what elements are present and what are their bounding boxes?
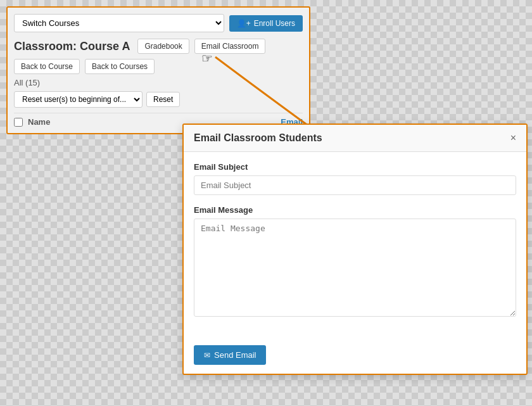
send-icon: ✉ bbox=[204, 351, 210, 360]
classroom-title: Classroom: Course A bbox=[14, 40, 130, 53]
all-count: All (15) bbox=[14, 78, 303, 87]
enroll-icon: 👤+ bbox=[237, 19, 251, 28]
modal-close-button[interactable]: × bbox=[510, 133, 516, 143]
reset-select[interactable]: Reset user(s) to beginning of... bbox=[14, 91, 142, 108]
subject-group: Email Subject bbox=[194, 162, 516, 195]
email-modal: Email Classroom Students × Email Subject… bbox=[182, 124, 528, 375]
back-to-courses-button[interactable]: Back to Courses bbox=[85, 59, 155, 74]
reset-row: Reset user(s) to beginning of... Reset bbox=[14, 91, 303, 108]
enroll-users-label: Enroll Users bbox=[254, 19, 295, 28]
top-panel: Switch Courses 👤+ Enroll Users Classroom… bbox=[6, 6, 310, 134]
email-classroom-button[interactable]: Email Classroom bbox=[194, 39, 266, 54]
select-all-checkbox[interactable] bbox=[14, 118, 23, 127]
send-email-label: Send Email bbox=[214, 350, 256, 360]
classroom-header: Classroom: Course A Gradebook Email Clas… bbox=[14, 39, 303, 74]
enroll-users-button[interactable]: 👤+ Enroll Users bbox=[229, 15, 303, 32]
modal-footer: ✉ Send Email bbox=[184, 339, 526, 374]
message-textarea[interactable] bbox=[194, 219, 516, 317]
subject-input[interactable] bbox=[194, 175, 516, 195]
gradebook-button[interactable]: Gradebook bbox=[137, 39, 189, 54]
message-group: Email Message bbox=[194, 205, 516, 319]
modal-header: Email Classroom Students × bbox=[184, 125, 526, 152]
back-to-course-button[interactable]: Back to Course bbox=[14, 59, 80, 74]
modal-body: Email Subject Email Message bbox=[184, 152, 526, 339]
subject-label: Email Subject bbox=[194, 162, 516, 172]
message-label: Email Message bbox=[194, 205, 516, 215]
send-email-button[interactable]: ✉ Send Email bbox=[194, 345, 266, 365]
switch-courses-row: Switch Courses 👤+ Enroll Users bbox=[14, 14, 303, 32]
switch-courses-select[interactable]: Switch Courses bbox=[14, 14, 224, 32]
reset-button[interactable]: Reset bbox=[146, 92, 180, 107]
modal-title: Email Classroom Students bbox=[194, 132, 322, 144]
